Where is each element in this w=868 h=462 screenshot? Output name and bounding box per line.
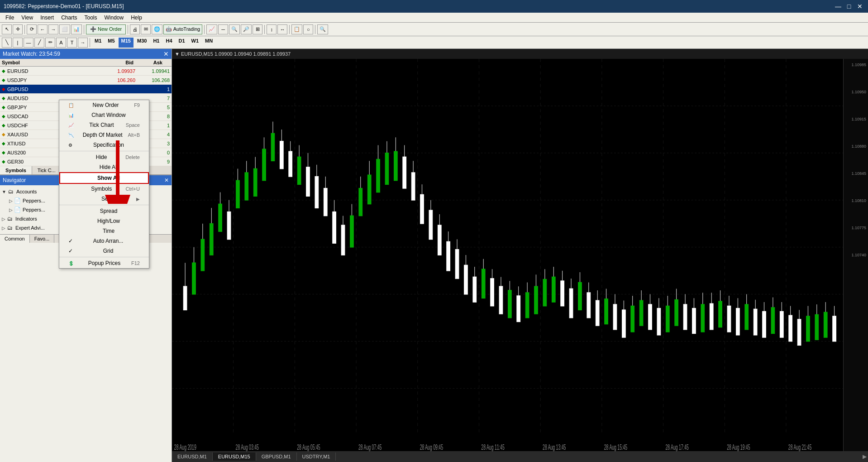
toolbar-line-button[interactable]: ╲ xyxy=(2,38,12,48)
timeframe-m30[interactable]: M30 xyxy=(134,38,149,48)
maximize-button[interactable]: □ xyxy=(844,2,854,11)
toolbar-email-button[interactable]: ✉ xyxy=(141,24,151,34)
col-bid: Bid xyxy=(95,59,135,66)
autotrading-button[interactable]: 🤖 AutoTrading xyxy=(163,24,202,34)
timeframe-toolbar: ╲ | — ╱ ✏ A T → M1 M5 M15 M30 H1 H4 D1 W… xyxy=(0,36,868,49)
timeframe-h1[interactable]: H1 xyxy=(150,38,162,48)
menu-charts[interactable]: Charts xyxy=(57,14,81,22)
toolbar-zoom-out-button[interactable]: 🔎 xyxy=(241,24,252,34)
tab-symbols[interactable]: Symbols xyxy=(0,166,32,174)
toolbar-back-button[interactable]: ← xyxy=(38,24,48,34)
market-watch-header: Market Watch: 23:54:59 ✕ xyxy=(0,49,172,59)
toolbar-profile-button[interactable]: ○ xyxy=(303,24,313,34)
gbpusd-ask: 1 xyxy=(135,87,172,92)
toolbar-pen-button[interactable]: ✏ xyxy=(45,38,55,48)
svg-rect-48 xyxy=(315,177,319,208)
timeframe-h4[interactable]: H4 xyxy=(163,38,175,48)
xauusd-indicator: ◆ xyxy=(2,132,5,137)
menu-tools[interactable]: Tools xyxy=(81,14,101,22)
price-label-7: 1.10775 xyxy=(851,226,866,230)
minimize-button[interactable]: — xyxy=(834,2,843,11)
toolbar-print-button[interactable]: 🖨 xyxy=(130,24,140,34)
timeframe-m1[interactable]: M1 xyxy=(92,38,104,48)
svg-text:28 Aug 15:45: 28 Aug 15:45 xyxy=(604,443,627,451)
mw-row-usdjpy[interactable]: ◆ USDJPY 106.260 106.268 xyxy=(0,76,172,85)
toolbar-crosshair-button[interactable]: ✛ xyxy=(13,24,23,34)
timeframe-m15[interactable]: M15 xyxy=(119,38,134,48)
menu-insert[interactable]: Insert xyxy=(37,14,57,22)
ctx-new-order[interactable]: 📋 New Order F9 xyxy=(59,100,149,110)
toolbar-symbol-button[interactable]: ⬜ xyxy=(59,24,70,34)
mw-row-gbpusd[interactable]: ◆ GBPUSD 1 xyxy=(0,85,172,94)
toolbar-vline-button[interactable]: | xyxy=(13,38,23,48)
ctx-popup-prices[interactable]: 💲 Popup Prices F12 xyxy=(59,258,149,268)
ctx-high-low[interactable]: High/Low xyxy=(59,216,149,226)
toolbar-trendline-button[interactable]: 📈 xyxy=(206,24,217,34)
close-button[interactable]: ✕ xyxy=(855,2,864,11)
ctx-show-all[interactable]: Show All xyxy=(59,172,149,184)
ctx-new-order-icon: 📋 xyxy=(68,103,77,108)
ctx-spec-label: Specification xyxy=(93,142,124,148)
toolbar-horizontal-button[interactable]: ─ xyxy=(218,24,228,34)
toolbar-forward-button[interactable]: → xyxy=(48,24,58,34)
nav-tab-favorites[interactable]: Favo... xyxy=(30,235,55,243)
ctx-hide-all[interactable]: Hide All xyxy=(59,162,149,172)
toolbar-globe-button[interactable]: 🌐 xyxy=(152,24,162,34)
toolbar-label-button[interactable]: T xyxy=(67,38,77,48)
ctx-chart-window[interactable]: 📊 Chart Window xyxy=(59,110,149,120)
new-order-button[interactable]: ➕ New Order xyxy=(86,24,126,34)
ctx-symbols[interactable]: Symbols Ctrl+U xyxy=(59,184,149,194)
ctx-depth-of-market[interactable]: 📉 Depth Of Market Alt+B xyxy=(59,130,149,140)
toolbar-grid-button[interactable]: ⊞ xyxy=(253,24,262,34)
chart-whole: 28 Aug 2019 28 Aug 03:45 28 Aug 05:45 28… xyxy=(172,59,868,451)
svg-rect-84 xyxy=(473,277,477,302)
ctx-hide[interactable]: Hide Delete xyxy=(59,152,149,162)
toolbar-zoom-in-button[interactable]: 🔍 xyxy=(229,24,240,34)
tab-tick-chart[interactable]: Tick C... xyxy=(32,166,62,174)
toolbar-hline-button[interactable]: — xyxy=(24,38,33,48)
ctx-time[interactable]: Time xyxy=(59,226,149,236)
ctx-time-label: Time xyxy=(103,228,114,234)
menu-help[interactable]: Help xyxy=(127,14,146,22)
svg-rect-60 xyxy=(367,175,371,204)
toolbar-refresh-button[interactable]: ⟳ xyxy=(27,24,37,34)
chart-tab-gbpusdm1[interactable]: GBPUSD,M1 xyxy=(256,452,297,461)
chart-canvas[interactable]: 28 Aug 2019 28 Aug 03:45 28 Aug 05:45 28… xyxy=(172,59,868,451)
menu-view[interactable]: View xyxy=(18,14,37,22)
ctx-symbols-shortcut: Ctrl+U xyxy=(126,186,140,192)
menu-window[interactable]: Window xyxy=(101,14,128,22)
toolbar-autoscroll-button[interactable]: ↔ xyxy=(277,24,287,34)
ctx-auto-arrange[interactable]: ✓ Auto Arran... xyxy=(59,236,149,246)
ctx-grid[interactable]: ✓ Grid xyxy=(59,246,149,256)
navigator-close[interactable]: ✕ xyxy=(164,177,169,183)
chart-tab-usdtrym1[interactable]: USDTRY,M1 xyxy=(297,452,336,461)
toolbar-template-button[interactable]: 📋 xyxy=(291,24,302,34)
svg-rect-76 xyxy=(438,225,441,255)
toolbar-period-button[interactable]: ↕ xyxy=(267,24,277,34)
chart-scroll-right[interactable]: ▶ xyxy=(861,451,868,462)
ctx-specification[interactable]: ⚙ Specification xyxy=(59,140,149,150)
market-watch-close[interactable]: ✕ xyxy=(163,50,169,58)
svg-rect-74 xyxy=(429,210,433,239)
toolbar-search-button[interactable]: 🔍 xyxy=(317,24,328,34)
menu-file[interactable]: File xyxy=(2,14,18,22)
toolbar-arrow-btn[interactable]: → xyxy=(78,38,88,48)
ctx-depth-icon: 📉 xyxy=(68,133,77,138)
ctx-sets[interactable]: Sets ▶ xyxy=(59,194,149,204)
timeframe-w1[interactable]: W1 xyxy=(189,38,202,48)
mw-row-eurusd[interactable]: ◆ EURUSD 1.09937 1.09941 xyxy=(0,67,172,76)
nav-tab-common[interactable]: Common xyxy=(0,235,30,243)
svg-rect-30 xyxy=(236,180,240,208)
chart-tab-eurusdm1[interactable]: EURUSD,M1 xyxy=(172,452,213,461)
ctx-spread[interactable]: Spread xyxy=(59,206,149,216)
toolbar-chart-button[interactable]: 📊 xyxy=(71,24,82,34)
ctx-tick-chart[interactable]: 📈 Tick Chart Space xyxy=(59,120,149,130)
toolbar-trend-button[interactable]: ╱ xyxy=(34,38,44,48)
chart-tab-eurusdm15[interactable]: EURUSD,M15 xyxy=(213,452,256,461)
toolbar-text-button[interactable]: A xyxy=(56,38,66,48)
timeframe-d1[interactable]: D1 xyxy=(176,38,188,48)
toolbar-arrow-button[interactable]: ↖ xyxy=(2,24,12,34)
timeframe-m5[interactable]: M5 xyxy=(105,38,117,48)
timeframe-mn[interactable]: MN xyxy=(202,38,215,48)
svg-rect-80 xyxy=(455,250,459,279)
